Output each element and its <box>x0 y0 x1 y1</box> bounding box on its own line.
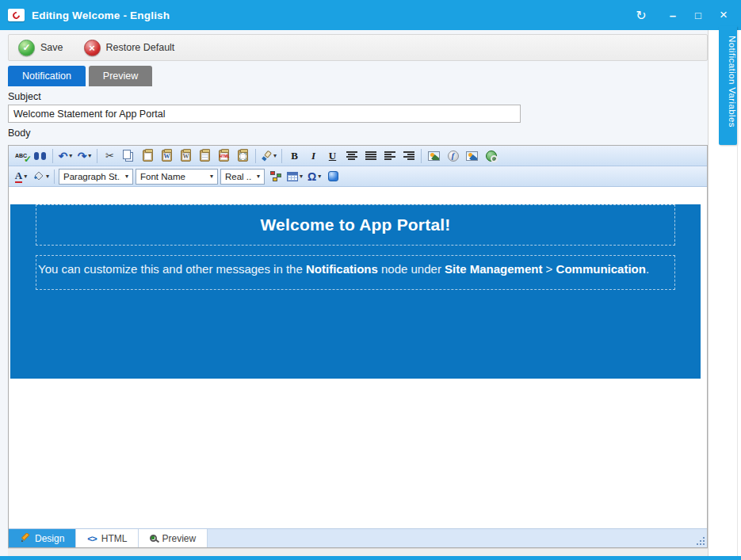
save-button-label: Save <box>40 42 63 53</box>
code-tag-icon: <> <box>87 534 96 543</box>
toolbar-separator <box>281 149 282 163</box>
flash-manager-button[interactable]: f <box>444 147 462 165</box>
align-center-button[interactable] <box>342 147 361 165</box>
dropdown-arrow-icon: ▾ <box>88 153 91 159</box>
window-bottom-strip <box>8 548 708 556</box>
dropdown-arrow-icon: ▾ <box>318 173 321 180</box>
paste-markup-button[interactable] <box>234 147 252 165</box>
restore-x-icon: × <box>84 40 101 56</box>
align-right-button[interactable] <box>399 147 418 165</box>
spellcheck-icon: ABC✓ <box>15 153 27 158</box>
body-label: Body <box>8 128 708 139</box>
bold-button[interactable]: B <box>285 147 304 165</box>
minimize-button[interactable]: – <box>660 3 686 27</box>
magnifier-icon <box>150 535 157 542</box>
table-icon <box>287 172 298 181</box>
maximize-button[interactable]: □ <box>686 3 711 27</box>
dropdown-arrow-icon: ▾ <box>300 173 303 180</box>
maximize-icon: □ <box>695 10 701 21</box>
restore-default-button[interactable]: × Restore Default <box>84 40 175 56</box>
paste-as-html-button[interactable]: HTML <box>215 147 233 165</box>
foreground-color-button[interactable]: A▾ <box>12 168 30 185</box>
undo-button[interactable]: ↶▾ <box>56 147 74 165</box>
font-size-select[interactable]: Real ...▾ <box>220 169 265 185</box>
paste-button[interactable] <box>139 147 157 165</box>
dropdown-arrow-icon: ▾ <box>69 153 72 159</box>
refresh-icon: ↻ <box>636 8 646 23</box>
editor-toolbar-row2: A▾ ▾ Paragraph St...▾ Font Name▾ Real ..… <box>9 166 707 187</box>
hyperlink-manager-button[interactable] <box>482 147 500 165</box>
paragraph-style-select[interactable]: Paragraph St...▾ <box>59 169 133 185</box>
font-color-icon: A <box>15 170 22 183</box>
notification-variables-tab[interactable]: Notification Variables <box>719 26 737 145</box>
paste-from-word-strip-font-button[interactable]: W <box>177 147 195 165</box>
window-title: Editing Welcome - English <box>32 10 628 21</box>
insert-snippet-button[interactable] <box>266 168 285 185</box>
image-map-icon <box>466 151 478 161</box>
toolbar-separator <box>421 149 422 163</box>
rich-text-editor: ABC✓ ↶▾ ↷▾ ✂ W W HTML <box>8 145 708 548</box>
dropdown-arrow-icon: ▾ <box>24 173 27 180</box>
hyperlink-globe-icon <box>486 150 497 162</box>
tab-preview-mode[interactable]: Preview <box>139 529 208 547</box>
font-name-select[interactable]: Font Name▾ <box>136 169 218 185</box>
editor-toolbar-row1: ABC✓ ↶▾ ↷▾ ✂ W W HTML <box>9 146 707 166</box>
align-left-icon <box>384 151 395 160</box>
omega-icon: Ω <box>307 171 316 182</box>
save-check-icon: ✓ <box>18 40 35 56</box>
copy-button[interactable] <box>120 147 138 165</box>
insert-symbol-button[interactable]: Ω▾ <box>305 168 323 185</box>
redo-button[interactable]: ↷▾ <box>75 147 94 165</box>
editor-mode-bar: Design <> HTML Preview <box>9 528 707 547</box>
underline-button[interactable]: U <box>323 147 342 165</box>
subject-input[interactable] <box>8 105 521 123</box>
background-color-button[interactable]: ▾ <box>31 168 51 185</box>
close-button[interactable]: × <box>711 3 736 27</box>
title-bar: Editing Welcome - English ↻ – □ × <box>0 0 741 30</box>
refresh-button[interactable]: ↻ <box>628 3 654 27</box>
insert-table-button[interactable]: ▾ <box>285 168 304 185</box>
tab-design[interactable]: Design <box>9 529 76 547</box>
dropdown-arrow-icon: ▾ <box>120 173 128 180</box>
email-message-block[interactable]: You can customize this and other message… <box>36 255 675 290</box>
align-right-icon <box>403 151 414 160</box>
flash-icon: f <box>448 150 459 162</box>
italic-button[interactable]: I <box>304 147 323 165</box>
command-bar: ✓ Save × Restore Default <box>8 34 708 61</box>
module-manager-button[interactable] <box>324 168 342 185</box>
minimize-icon: – <box>670 9 676 22</box>
paste-plain-text-button[interactable] <box>196 147 214 165</box>
dropdown-arrow-icon: ▾ <box>273 153 277 159</box>
email-heading-block[interactable]: Welcome to App Portal! <box>36 204 675 246</box>
paste-from-word-button[interactable]: W <box>158 147 176 165</box>
align-left-button[interactable] <box>380 147 399 165</box>
spellcheck-button[interactable]: ABC✓ <box>12 147 30 165</box>
close-icon: × <box>720 7 728 23</box>
format-painter-icon <box>261 150 272 162</box>
resize-grip[interactable] <box>696 536 705 545</box>
toolbar-separator <box>52 149 53 163</box>
bold-icon: B <box>291 150 298 161</box>
email-body-background[interactable]: Welcome to App Portal! You can customize… <box>10 204 701 379</box>
cut-button[interactable]: ✂ <box>101 147 119 165</box>
toolbar-separator <box>97 149 97 163</box>
tab-html[interactable]: <> HTML <box>76 529 139 547</box>
justify-button[interactable] <box>361 147 380 165</box>
save-button[interactable]: ✓ Save <box>18 40 63 56</box>
tab-preview[interactable]: Preview <box>89 66 152 86</box>
image-manager-button[interactable] <box>425 147 443 165</box>
redo-icon: ↷ <box>78 150 87 162</box>
subject-label: Subject <box>8 91 708 102</box>
undo-icon: ↶ <box>59 150 68 162</box>
email-heading-text: Welcome to App Portal! <box>260 215 450 234</box>
justify-icon <box>365 151 376 160</box>
paste-word-strip-icon: W <box>181 150 191 162</box>
app-portal-logo-icon <box>8 9 25 21</box>
tab-notification[interactable]: Notification <box>8 66 86 86</box>
right-panel-gutter: Notification Variables <box>708 30 741 556</box>
format-painter-button[interactable]: ▾ <box>259 147 278 165</box>
find-button[interactable] <box>31 147 49 165</box>
editor-canvas[interactable]: Welcome to App Portal! You can customize… <box>9 187 707 528</box>
image-map-editor-button[interactable] <box>463 147 481 165</box>
module-icon <box>328 171 338 181</box>
